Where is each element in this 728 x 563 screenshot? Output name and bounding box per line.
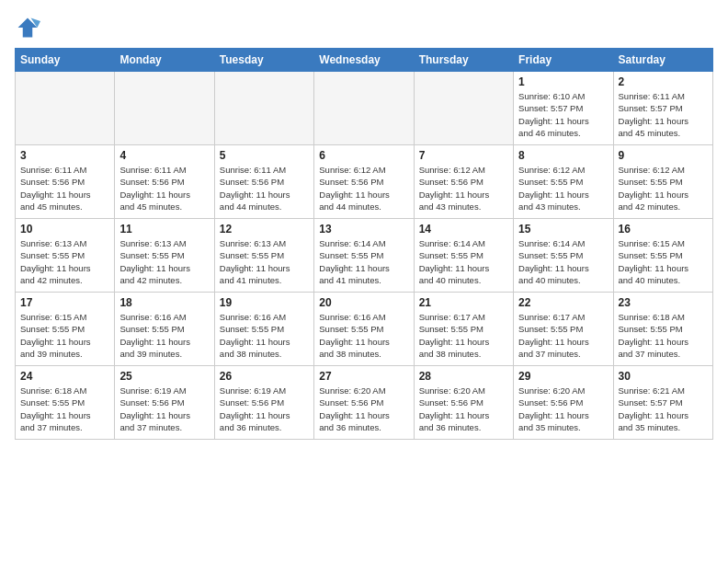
day-info: Sunrise: 6:11 AM Sunset: 5:56 PM Dayligh… <box>119 164 209 213</box>
day-info: Sunrise: 6:12 AM Sunset: 5:56 PM Dayligh… <box>319 164 408 213</box>
day-info: Sunrise: 6:18 AM Sunset: 5:55 PM Dayligh… <box>20 385 109 433</box>
day-info: Sunrise: 6:16 AM Sunset: 5:55 PM Dayligh… <box>319 311 408 360</box>
calendar-cell: 29Sunrise: 6:20 AM Sunset: 5:56 PM Dayli… <box>514 366 613 440</box>
calendar-cell: 15Sunrise: 6:14 AM Sunset: 5:55 PM Dayli… <box>514 219 613 293</box>
day-number: 1 <box>518 75 608 88</box>
calendar-week-row: 24Sunrise: 6:18 AM Sunset: 5:55 PM Dayli… <box>16 366 713 440</box>
calendar-cell: 21Sunrise: 6:17 AM Sunset: 5:55 PM Dayli… <box>414 293 513 366</box>
day-number: 14 <box>419 223 508 236</box>
calendar-cell <box>16 72 115 145</box>
calendar-week-row: 17Sunrise: 6:15 AM Sunset: 5:55 PM Dayli… <box>16 293 713 366</box>
calendar-cell <box>115 72 214 145</box>
day-info: Sunrise: 6:20 AM Sunset: 5:56 PM Dayligh… <box>419 385 508 433</box>
day-number: 19 <box>220 296 309 309</box>
day-info: Sunrise: 6:10 AM Sunset: 5:57 PM Dayligh… <box>518 90 608 139</box>
day-number: 2 <box>619 75 708 88</box>
day-info: Sunrise: 6:17 AM Sunset: 5:55 PM Dayligh… <box>419 311 508 360</box>
day-info: Sunrise: 6:15 AM Sunset: 5:55 PM Dayligh… <box>20 311 109 360</box>
calendar-cell: 7Sunrise: 6:12 AM Sunset: 5:56 PM Daylig… <box>414 145 513 219</box>
day-info: Sunrise: 6:14 AM Sunset: 5:55 PM Dayligh… <box>419 237 508 286</box>
day-number: 7 <box>419 149 508 162</box>
day-number: 29 <box>518 370 608 383</box>
calendar-cell <box>314 72 414 145</box>
calendar-week-row: 3Sunrise: 6:11 AM Sunset: 5:56 PM Daylig… <box>16 145 713 219</box>
day-number: 6 <box>319 149 408 162</box>
day-info: Sunrise: 6:17 AM Sunset: 5:55 PM Dayligh… <box>518 311 608 360</box>
logo-icon <box>15 15 40 40</box>
calendar-cell: 17Sunrise: 6:15 AM Sunset: 5:55 PM Dayli… <box>16 293 115 366</box>
day-number: 28 <box>419 370 508 383</box>
day-info: Sunrise: 6:14 AM Sunset: 5:55 PM Dayligh… <box>518 237 608 286</box>
weekday-header-tuesday: Tuesday <box>214 49 313 72</box>
calendar-cell: 28Sunrise: 6:20 AM Sunset: 5:56 PM Dayli… <box>414 366 513 440</box>
header <box>15 15 713 40</box>
day-number: 23 <box>619 296 708 309</box>
page: SundayMondayTuesdayWednesdayThursdayFrid… <box>0 0 728 454</box>
day-info: Sunrise: 6:12 AM Sunset: 5:56 PM Dayligh… <box>419 164 508 213</box>
weekday-header-row: SundayMondayTuesdayWednesdayThursdayFrid… <box>16 49 713 72</box>
calendar-cell <box>414 72 513 145</box>
day-number: 17 <box>20 296 109 309</box>
calendar-cell: 1Sunrise: 6:10 AM Sunset: 5:57 PM Daylig… <box>514 72 613 145</box>
weekday-header-monday: Monday <box>115 49 214 72</box>
day-info: Sunrise: 6:19 AM Sunset: 5:56 PM Dayligh… <box>220 385 309 433</box>
day-info: Sunrise: 6:12 AM Sunset: 5:55 PM Dayligh… <box>518 164 608 213</box>
calendar-cell: 19Sunrise: 6:16 AM Sunset: 5:55 PM Dayli… <box>214 293 313 366</box>
day-number: 26 <box>220 370 309 383</box>
weekday-header-friday: Friday <box>514 49 613 72</box>
day-number: 3 <box>20 149 109 162</box>
day-number: 12 <box>220 223 309 236</box>
day-info: Sunrise: 6:20 AM Sunset: 5:56 PM Dayligh… <box>319 385 408 433</box>
day-info: Sunrise: 6:16 AM Sunset: 5:55 PM Dayligh… <box>119 311 209 360</box>
calendar-table: SundayMondayTuesdayWednesdayThursdayFrid… <box>15 48 713 440</box>
day-number: 20 <box>319 296 408 309</box>
day-info: Sunrise: 6:13 AM Sunset: 5:55 PM Dayligh… <box>220 237 309 286</box>
day-number: 9 <box>619 149 708 162</box>
calendar-cell: 11Sunrise: 6:13 AM Sunset: 5:55 PM Dayli… <box>115 219 214 293</box>
day-number: 8 <box>518 149 608 162</box>
calendar-cell: 14Sunrise: 6:14 AM Sunset: 5:55 PM Dayli… <box>414 219 513 293</box>
day-number: 13 <box>319 223 408 236</box>
calendar-cell: 5Sunrise: 6:11 AM Sunset: 5:56 PM Daylig… <box>214 145 313 219</box>
day-number: 22 <box>518 296 608 309</box>
calendar-cell: 22Sunrise: 6:17 AM Sunset: 5:55 PM Dayli… <box>514 293 613 366</box>
day-number: 21 <box>419 296 508 309</box>
day-info: Sunrise: 6:13 AM Sunset: 5:55 PM Dayligh… <box>119 237 209 286</box>
day-info: Sunrise: 6:18 AM Sunset: 5:55 PM Dayligh… <box>619 311 708 360</box>
calendar-cell: 2Sunrise: 6:11 AM Sunset: 5:57 PM Daylig… <box>613 72 712 145</box>
weekday-header-saturday: Saturday <box>613 49 712 72</box>
calendar-cell: 20Sunrise: 6:16 AM Sunset: 5:55 PM Dayli… <box>314 293 414 366</box>
day-number: 27 <box>319 370 408 383</box>
day-number: 5 <box>220 149 309 162</box>
weekday-header-thursday: Thursday <box>414 49 513 72</box>
calendar-cell: 27Sunrise: 6:20 AM Sunset: 5:56 PM Dayli… <box>314 366 414 440</box>
calendar-cell: 23Sunrise: 6:18 AM Sunset: 5:55 PM Dayli… <box>613 293 712 366</box>
calendar-cell: 8Sunrise: 6:12 AM Sunset: 5:55 PM Daylig… <box>514 145 613 219</box>
day-info: Sunrise: 6:20 AM Sunset: 5:56 PM Dayligh… <box>518 385 608 433</box>
calendar-cell: 10Sunrise: 6:13 AM Sunset: 5:55 PM Dayli… <box>16 219 115 293</box>
day-info: Sunrise: 6:11 AM Sunset: 5:56 PM Dayligh… <box>220 164 309 213</box>
day-info: Sunrise: 6:15 AM Sunset: 5:55 PM Dayligh… <box>619 237 708 286</box>
day-number: 10 <box>20 223 109 236</box>
weekday-header-sunday: Sunday <box>16 49 115 72</box>
day-number: 4 <box>119 149 209 162</box>
calendar-cell: 25Sunrise: 6:19 AM Sunset: 5:56 PM Dayli… <box>115 366 214 440</box>
calendar-cell: 18Sunrise: 6:16 AM Sunset: 5:55 PM Dayli… <box>115 293 214 366</box>
calendar-cell: 6Sunrise: 6:12 AM Sunset: 5:56 PM Daylig… <box>314 145 414 219</box>
calendar-week-row: 10Sunrise: 6:13 AM Sunset: 5:55 PM Dayli… <box>16 219 713 293</box>
calendar-cell: 12Sunrise: 6:13 AM Sunset: 5:55 PM Dayli… <box>214 219 313 293</box>
day-info: Sunrise: 6:16 AM Sunset: 5:55 PM Dayligh… <box>220 311 309 360</box>
logo <box>15 15 44 40</box>
day-number: 25 <box>119 370 209 383</box>
calendar-cell: 24Sunrise: 6:18 AM Sunset: 5:55 PM Dayli… <box>16 366 115 440</box>
day-info: Sunrise: 6:14 AM Sunset: 5:55 PM Dayligh… <box>319 237 408 286</box>
calendar-cell <box>214 72 313 145</box>
day-info: Sunrise: 6:13 AM Sunset: 5:55 PM Dayligh… <box>20 237 109 286</box>
day-number: 16 <box>619 223 708 236</box>
day-number: 18 <box>119 296 209 309</box>
day-info: Sunrise: 6:19 AM Sunset: 5:56 PM Dayligh… <box>119 385 209 433</box>
calendar-cell: 9Sunrise: 6:12 AM Sunset: 5:55 PM Daylig… <box>613 145 712 219</box>
calendar-cell: 3Sunrise: 6:11 AM Sunset: 5:56 PM Daylig… <box>16 145 115 219</box>
calendar-cell: 4Sunrise: 6:11 AM Sunset: 5:56 PM Daylig… <box>115 145 214 219</box>
day-number: 11 <box>119 223 209 236</box>
